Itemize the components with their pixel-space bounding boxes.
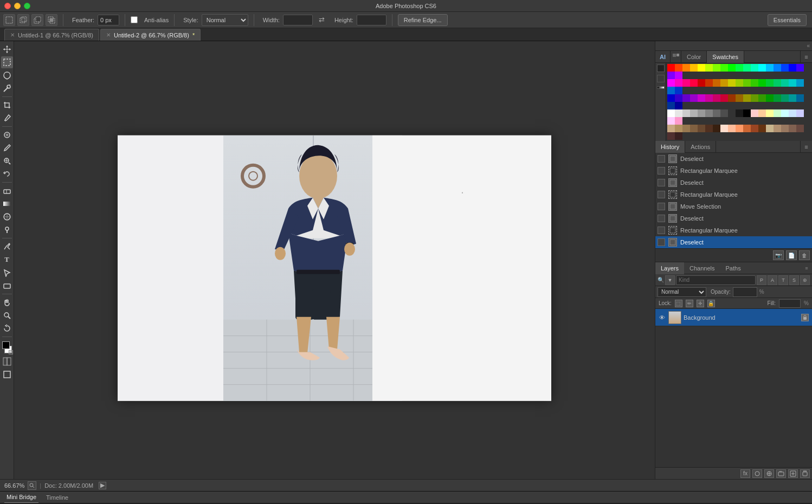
color-swatch[interactable] — [682, 79, 690, 87]
add-selection-btn[interactable] — [17, 14, 29, 26]
color-swatch[interactable] — [698, 79, 705, 87]
spot-heal-btn[interactable] — [1, 129, 13, 141]
color-swatch[interactable] — [675, 117, 682, 125]
intersect-selection-btn[interactable] — [46, 14, 57, 26]
quick-mask-btn[interactable] — [1, 356, 13, 367]
tab-actions[interactable]: Actions — [685, 141, 716, 153]
fg-color[interactable] — [2, 341, 10, 349]
color-swatch[interactable] — [751, 94, 758, 102]
tab-swatches[interactable]: Swatches — [707, 51, 744, 63]
color-swatch[interactable] — [774, 109, 781, 117]
dodge-btn[interactable] — [1, 224, 13, 236]
color-swatch[interactable] — [736, 64, 743, 72]
new-layer-btn[interactable] — [788, 469, 798, 478]
color-swatch[interactable] — [675, 125, 682, 132]
filter-kind-btn[interactable]: ▼ — [665, 275, 675, 285]
color-swatch[interactable] — [789, 125, 796, 132]
color-swatch[interactable] — [713, 94, 720, 102]
blur-btn[interactable] — [1, 211, 13, 223]
color-swatch[interactable] — [698, 125, 705, 132]
history-menu-btn[interactable]: ≡ — [800, 141, 812, 153]
gradient-btn[interactable] — [1, 198, 13, 210]
color-swatch[interactable] — [705, 94, 713, 102]
swap-wh-btn[interactable]: ⇄ — [316, 14, 328, 26]
color-swatch[interactable] — [796, 125, 804, 132]
color-swatch[interactable] — [736, 94, 743, 102]
fill-input[interactable] — [779, 299, 801, 308]
color-swatch[interactable] — [781, 64, 789, 72]
history-checkbox[interactable] — [658, 167, 665, 175]
color-swatch[interactable] — [698, 64, 705, 72]
fg-swatch-small[interactable] — [657, 64, 665, 72]
delete-state-btn[interactable]: 🗑 — [799, 250, 810, 260]
color-swatch[interactable] — [667, 72, 675, 79]
layer-fx-btn[interactable]: fx — [740, 469, 750, 478]
color-swatch[interactable] — [751, 79, 758, 87]
color-swatch[interactable] — [720, 79, 728, 87]
color-swatch[interactable] — [675, 79, 682, 87]
color-swatch[interactable] — [736, 125, 743, 132]
color-swatch[interactable] — [682, 94, 690, 102]
zoom-indicator-btn[interactable] — [28, 481, 36, 490]
color-swatch[interactable] — [743, 109, 751, 117]
history-list[interactable]: DeselectRectangular MarqueeDeselectRecta… — [655, 153, 812, 248]
history-checkbox[interactable] — [658, 191, 665, 198]
opacity-input[interactable] — [733, 287, 757, 297]
panel-menu-btn[interactable]: ≡ — [800, 51, 812, 63]
lock-transparency-btn[interactable]: ⬚ — [675, 300, 682, 307]
tab-paths[interactable]: Paths — [720, 262, 746, 274]
color-swatch[interactable] — [728, 64, 736, 72]
history-item-h3[interactable]: Deselect — [655, 177, 812, 189]
blend-mode-select[interactable]: Normal — [658, 287, 706, 297]
color-swatch[interactable] — [796, 64, 804, 72]
lock-pixels-btn[interactable]: ✏ — [686, 300, 693, 307]
brush-tool-btn[interactable] — [1, 142, 13, 154]
history-checkbox[interactable] — [658, 238, 665, 246]
color-swatch[interactable] — [690, 64, 698, 72]
color-swatch[interactable] — [667, 102, 675, 109]
color-swatch[interactable] — [667, 125, 675, 132]
tab-untitled2[interactable]: ✕ Untitled-2 @ 66.7% (RGB/8) * — [100, 29, 201, 41]
color-swatch[interactable] — [690, 94, 698, 102]
color-swatch[interactable] — [789, 109, 796, 117]
layer-filter-input[interactable] — [676, 275, 756, 285]
color-swatch[interactable] — [758, 64, 766, 72]
color-swatch[interactable] — [781, 125, 789, 132]
color-swatch[interactable] — [667, 132, 675, 140]
history-checkbox[interactable] — [658, 227, 665, 234]
adjustment-layer-btn[interactable] — [764, 469, 774, 478]
color-swatch[interactable] — [766, 79, 774, 87]
color-swatch[interactable] — [728, 125, 736, 132]
pen-btn[interactable] — [1, 241, 13, 253]
history-item-h5[interactable]: Move Selection — [655, 201, 812, 212]
color-swatch[interactable] — [682, 64, 690, 72]
filter-text-btn[interactable]: T — [778, 275, 788, 285]
color-swatch[interactable] — [751, 109, 758, 117]
color-swatch[interactable] — [690, 79, 698, 87]
color-swatch[interactable] — [667, 79, 675, 87]
color-swatch[interactable] — [713, 125, 720, 132]
color-swatch[interactable] — [667, 94, 675, 102]
layers-list[interactable]: 👁 Background — [655, 309, 812, 467]
color-swatch[interactable] — [675, 87, 682, 94]
shape-btn[interactable] — [1, 280, 13, 292]
color-swatch[interactable] — [720, 94, 728, 102]
color-swatch[interactable] — [796, 79, 804, 87]
height-input[interactable] — [357, 15, 386, 25]
canvas-area[interactable] — [14, 41, 655, 479]
history-item-h1[interactable]: Deselect — [655, 153, 812, 165]
color-swatch[interactable] — [774, 64, 781, 72]
filter-shape-btn[interactable]: S — [789, 275, 799, 285]
color-swatch[interactable] — [728, 94, 736, 102]
color-swatch[interactable] — [675, 102, 682, 109]
color-swatch[interactable] — [743, 64, 751, 72]
zoom-btn[interactable] — [1, 309, 13, 321]
history-checkbox[interactable] — [658, 179, 665, 186]
tab-color[interactable]: Color — [681, 51, 707, 63]
history-item-h2[interactable]: Rectangular Marquee — [655, 165, 812, 177]
crop-tool-btn[interactable] — [1, 99, 13, 111]
color-swatch[interactable] — [736, 109, 743, 117]
minimize-button[interactable] — [14, 3, 21, 9]
history-item-h8[interactable]: Deselect — [655, 236, 812, 248]
fg-bg-colors[interactable]: ⇄ — [1, 340, 13, 354]
